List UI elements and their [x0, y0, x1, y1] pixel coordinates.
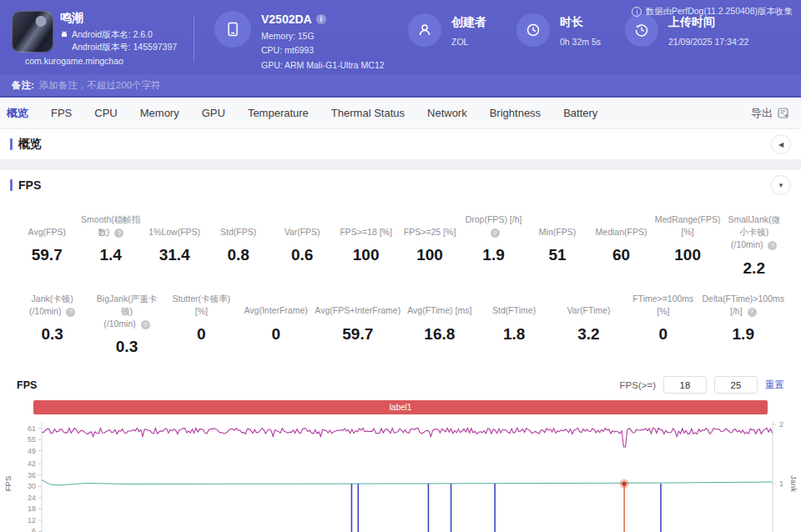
tab-cpu[interactable]: CPU [94, 107, 117, 119]
notes-placeholder: 添加备注，不超过200个字符 [39, 79, 161, 92]
android-version-code: Android版本号: 145597397 [72, 42, 177, 53]
stat-value: 0 [240, 325, 311, 344]
tab-battery[interactable]: Battery [563, 107, 597, 119]
fps-threshold-input-2[interactable] [714, 376, 758, 394]
stat-label: Median(FPS) [591, 213, 651, 238]
chart-label-banner[interactable]: label1 [33, 400, 768, 414]
tab-temperature[interactable]: Temperature [248, 107, 309, 119]
fps-collapse-button[interactable]: ▼ [771, 175, 791, 195]
stat-cell: Smooth(稳帧指数) ?1.4 [78, 210, 142, 281]
stat-label: Var(FPS) [272, 213, 332, 238]
stat-value: 0.3 [91, 338, 162, 356]
stat-cell: FPS>=25 [%] 100 [398, 210, 461, 281]
stat-cell: Avg(FPS) 59.7 [15, 210, 78, 281]
fps-threshold-input-1[interactable] [663, 376, 707, 394]
section-accent [10, 138, 13, 150]
fps-chart-canvas[interactable]: 61554942363024181260210FPSJank00:0001:42… [0, 418, 801, 532]
fps-threshold-label: FPS(>=) [620, 380, 656, 390]
stat-cell: FPS>=18 [%] 100 [334, 210, 397, 281]
tab-概览[interactable]: 概览 [7, 106, 28, 121]
stat-cell: Var(FTime) 3.2 [552, 289, 626, 360]
stat-cell: Std(FPS) 0.8 [206, 210, 270, 281]
stat-value: 60 [591, 246, 651, 264]
help-icon[interactable]: ? [768, 241, 777, 250]
stat-value: 100 [655, 246, 721, 264]
reset-button[interactable]: 重置 [765, 379, 784, 391]
stat-value: 0.8 [208, 246, 268, 264]
tab-thermal-status[interactable]: Thermal Status [331, 107, 405, 119]
fps-chart: 61554942363024181260210FPSJank00:0001:42… [0, 418, 801, 532]
stat-value: 1.9 [463, 246, 523, 264]
notes-bar[interactable]: 备注: 添加备注，不超过200个字符 [0, 75, 801, 98]
package-name: com.kurogame.mingchao [25, 56, 177, 67]
stat-cell: BigJank(严重卡顿)(/10min) ?0.3 [89, 289, 164, 360]
help-icon[interactable]: ? [491, 228, 500, 238]
svg-text:1: 1 [779, 479, 783, 488]
device-info-icon[interactable]: i [316, 14, 326, 24]
stat-cell: Drop(FPS) [/h] ?1.9 [461, 210, 525, 281]
stat-value: 0.3 [17, 325, 88, 344]
tab-memory[interactable]: Memory [140, 107, 179, 119]
data-source-note: i 数据由PerfDog(11.2.250408)版本收集 [632, 6, 793, 18]
stat-value: 100 [335, 246, 395, 264]
export-button[interactable]: 导出 [751, 106, 789, 121]
stat-label: Std(FTime) [478, 293, 549, 318]
tab-network[interactable]: Network [427, 107, 467, 119]
stat-value: 16.8 [404, 325, 475, 344]
help-icon[interactable]: ? [748, 308, 757, 317]
help-icon[interactable]: ? [141, 320, 150, 329]
device-gpu: GPU: ARM Mali-G1-Ultra MC12 [261, 58, 385, 72]
tab-fps[interactable]: FPS [51, 107, 72, 119]
android-icon [60, 30, 68, 38]
stat-value: 51 [527, 246, 587, 264]
section-accent [10, 179, 13, 191]
stat-cell: SmallJank(微小卡顿)(/10min) ?2.2 [723, 210, 786, 281]
tab-brightness[interactable]: Brightness [490, 107, 541, 119]
stat-value: 1.9 [702, 325, 784, 344]
stat-label: Delta(FTime)>100ms [/h] ? [702, 293, 784, 318]
export-icon [777, 107, 789, 119]
stat-value: 100 [400, 246, 460, 264]
svg-text:12: 12 [28, 516, 36, 524]
stat-label: Jank(卡顿)(/10min) ? [17, 293, 88, 318]
stat-label: Var(FTime) [553, 293, 624, 318]
svg-text:6: 6 [32, 528, 36, 532]
help-icon[interactable]: ? [66, 308, 75, 317]
overview-section-header: 概览 ◀ [0, 129, 801, 159]
android-version-name: Android版本名: 2.6.0 [72, 29, 153, 40]
notes-label: 备注: [12, 79, 34, 92]
data-source-text: 数据由PerfDog(11.2.250408)版本收集 [645, 6, 793, 18]
stat-value: 1.4 [80, 246, 140, 264]
stat-value: 0.6 [272, 246, 332, 264]
help-icon[interactable]: ? [114, 228, 123, 238]
app-info: 鸣潮 Android版本名: 2.6.0 Android版本号: 1455973… [0, 0, 194, 75]
stat-label: 1%Low(FPS) [144, 213, 204, 238]
stat-cell: Avg(FPS+InterFrame) 59.7 [313, 289, 402, 360]
stat-cell: Jank(卡顿)(/10min) ?0.3 [15, 289, 89, 360]
stat-label: Avg(FTime) [ms] [404, 293, 475, 318]
duration-icon-circle [516, 13, 550, 47]
svg-text:42: 42 [28, 460, 36, 469]
stat-cell: Delta(FTime)>100ms [/h] ?1.9 [700, 289, 786, 360]
tab-gpu[interactable]: GPU [202, 107, 225, 119]
svg-text:FPS: FPS [3, 476, 13, 491]
device-cpu: CPU: mt6993 [261, 43, 385, 57]
stat-cell: Avg(InterFrame) 0 [239, 289, 313, 360]
overview-collapse-button[interactable]: ◀ [771, 134, 791, 154]
stat-label: Smooth(稳帧指数) ? [80, 213, 140, 238]
duration-info: 时长 0h 32m 5s [496, 0, 605, 75]
device-info: V2502DA i Memory: 15G CPU: mt6993 GPU: A… [194, 0, 388, 75]
stat-value: 0 [166, 325, 237, 344]
stat-value: 0 [627, 325, 698, 344]
svg-text:18: 18 [28, 505, 36, 514]
upload-icon-circle [625, 13, 658, 47]
stat-label: FTime>=100ms [%] [627, 293, 698, 318]
stat-cell: Stutter(卡顿率) [%] 0 [164, 289, 239, 360]
creator-icon-circle [408, 13, 441, 47]
stat-label: FPS>=18 [%] [335, 213, 395, 238]
game-title: 鸣潮 [60, 11, 177, 26]
svg-text:61: 61 [28, 424, 36, 433]
clock-icon [526, 23, 541, 38]
svg-text:49: 49 [28, 447, 36, 455]
stat-cell: Std(FTime) 1.8 [476, 289, 551, 360]
